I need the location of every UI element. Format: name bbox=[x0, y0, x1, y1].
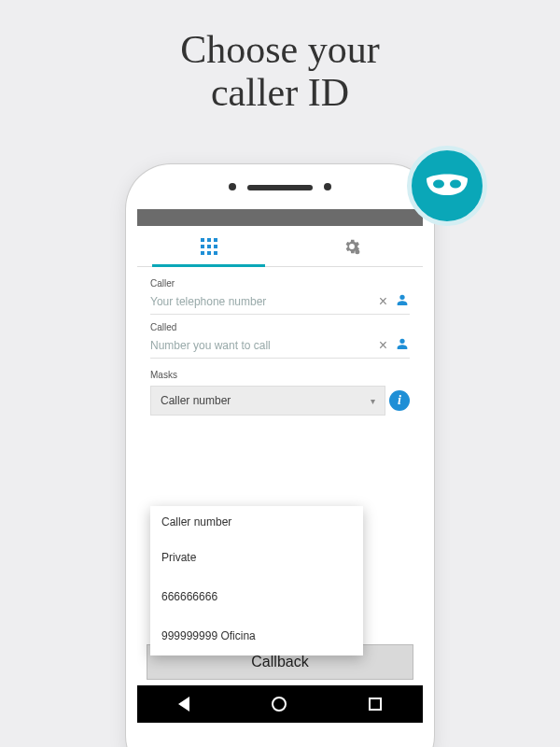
home-icon bbox=[272, 697, 287, 712]
mask-badge-icon bbox=[407, 146, 487, 226]
mask-option[interactable]: Private bbox=[150, 538, 363, 577]
status-bar bbox=[137, 209, 423, 226]
tab-dialer[interactable] bbox=[137, 226, 280, 266]
masks-select-row: Caller number ▾ i bbox=[150, 386, 410, 416]
callback-button-label: Callback bbox=[251, 654, 308, 670]
masks-select-value: Caller number bbox=[161, 394, 231, 407]
hero-title-line-1: Choose your bbox=[0, 28, 560, 71]
svg-point-1 bbox=[450, 180, 461, 189]
tab-settings[interactable] bbox=[280, 226, 423, 266]
back-icon bbox=[178, 697, 189, 712]
masks-label: Masks bbox=[150, 370, 410, 380]
mask-option[interactable]: Caller number bbox=[150, 506, 363, 538]
called-label: Called bbox=[150, 322, 410, 332]
screen: Caller × Called × Masks Caller number bbox=[137, 209, 423, 723]
dialer-grid-icon bbox=[201, 238, 217, 255]
hero-title: Choose your caller ID bbox=[0, 0, 560, 114]
nav-back-button[interactable] bbox=[178, 697, 189, 712]
phone-sensor-dot bbox=[229, 183, 236, 190]
nav-home-button[interactable] bbox=[272, 697, 287, 712]
tab-bar bbox=[137, 226, 423, 267]
caller-input-row: × bbox=[150, 290, 410, 315]
clear-called-icon[interactable]: × bbox=[379, 337, 387, 354]
caller-contact-icon[interactable] bbox=[395, 292, 410, 310]
phone-sensor-dot bbox=[324, 183, 331, 190]
nav-recent-button[interactable] bbox=[369, 698, 382, 711]
phone-frame: Caller × Called × Masks Caller number bbox=[126, 164, 434, 747]
gear-icon bbox=[343, 237, 361, 256]
svg-point-0 bbox=[433, 180, 444, 189]
form-area: Caller × Called × Masks Caller number bbox=[137, 267, 423, 416]
called-contact-icon[interactable] bbox=[395, 336, 410, 354]
called-input[interactable] bbox=[150, 339, 371, 352]
mask-option[interactable]: 666666666 bbox=[150, 577, 363, 616]
caller-label: Caller bbox=[150, 278, 410, 289]
masks-select[interactable]: Caller number ▾ bbox=[150, 386, 385, 416]
masks-info-icon[interactable]: i bbox=[389, 390, 410, 411]
caller-input[interactable] bbox=[150, 295, 371, 308]
android-nav-bar bbox=[137, 685, 423, 723]
called-input-row: × bbox=[150, 334, 410, 359]
svg-point-2 bbox=[355, 249, 359, 254]
clear-caller-icon[interactable]: × bbox=[379, 293, 387, 310]
masks-dropdown: Caller number Private 666666666 99999999… bbox=[150, 506, 363, 655]
chevron-down-icon: ▾ bbox=[371, 396, 375, 406]
hero-title-line-2: caller ID bbox=[0, 71, 560, 114]
mask-option[interactable]: 999999999 Oficina bbox=[150, 616, 363, 655]
recent-icon bbox=[369, 698, 382, 711]
